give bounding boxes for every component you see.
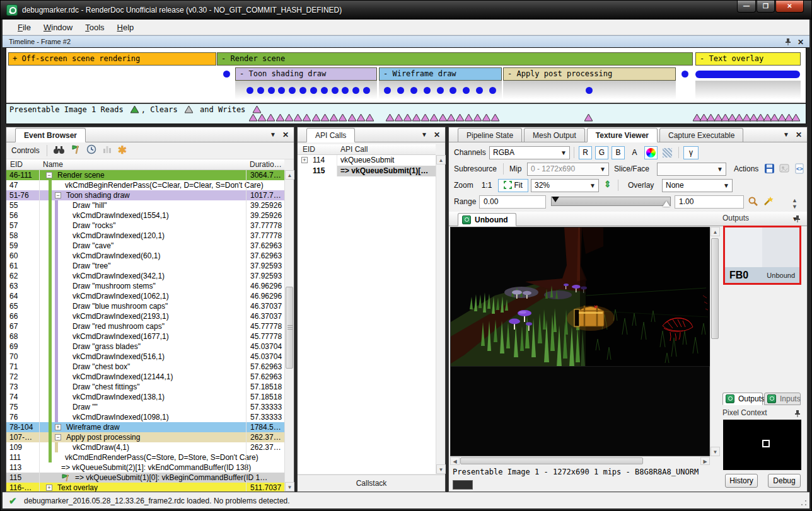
event-row[interactable]: 74vkCmdDrawIndexed(138,1)57.18518: [6, 392, 284, 402]
write-triangle[interactable]: [249, 113, 257, 124]
channels-dropdown[interactable]: RGBA▼: [489, 146, 570, 159]
write-triangle[interactable]: [421, 113, 429, 124]
pin-icon[interactable]: [785, 37, 791, 48]
debug-button[interactable]: Debug: [768, 474, 801, 488]
sliceface-dropdown[interactable]: ▼: [657, 163, 726, 176]
write-triangle[interactable]: [403, 113, 412, 124]
write-triangle[interactable]: [285, 113, 293, 124]
write-triangle[interactable]: [330, 113, 338, 124]
write-triangle[interactable]: [339, 113, 347, 124]
write-triangle[interactable]: [412, 113, 420, 124]
colorwheel-button[interactable]: [644, 146, 658, 159]
write-triangle[interactable]: [312, 113, 320, 124]
channel-green-button[interactable]: G: [595, 146, 608, 159]
write-triangle[interactable]: [456, 113, 464, 124]
draw-dot[interactable]: [489, 87, 496, 94]
texture-hscrollbar[interactable]: ◀ ▶: [450, 456, 710, 465]
event-row[interactable]: 72vkCmdDrawIndexed(12144,1)57.62963: [6, 372, 284, 382]
tab-capture-executable[interactable]: Capture Executable: [659, 128, 743, 142]
zoom-fit-button[interactable]: Fit: [498, 179, 528, 192]
chevron-down-icon[interactable]: ▼: [270, 132, 276, 138]
save-icon[interactable]: [764, 163, 775, 176]
history-button[interactable]: History: [725, 474, 758, 488]
event-row[interactable]: 116-…+Text overlay511.7037: [6, 483, 284, 491]
range-white-point-handle[interactable]: [663, 201, 670, 207]
write-triangle[interactable]: [465, 113, 473, 124]
channel-red-button[interactable]: R: [579, 146, 592, 159]
jump-to-event-flag-icon[interactable]: [71, 144, 81, 157]
tab-event-browser[interactable]: Event Browser: [15, 128, 86, 142]
tab-texture-viewer[interactable]: Texture Viewer: [587, 128, 658, 142]
channel-alpha-button[interactable]: A: [628, 146, 641, 159]
draw-dot[interactable]: [332, 87, 339, 94]
panel-close-icon[interactable]: ✕: [434, 131, 440, 139]
timeline-marker[interactable]: + Off-screen scene rendering: [8, 52, 216, 66]
event-row[interactable]: 60vkCmdDrawIndexed(60,1)37.62963: [6, 251, 284, 261]
write-triangle[interactable]: [584, 113, 593, 124]
api-calls-column-header[interactable]: EID API Call: [298, 144, 436, 155]
open-in-shader-code-icon[interactable]: <>: [794, 163, 805, 176]
api-calls-scrollbar[interactable]: ▲ ▼: [436, 155, 445, 474]
event-row[interactable]: 51-76−Toon shading draw1017.7…: [6, 190, 284, 200]
expand-toggle[interactable]: −: [55, 434, 61, 440]
event-row[interactable]: 113=> vkQueueSubmit(2)[1]: vkEndCommandB…: [6, 462, 284, 473]
api-call-row[interactable]: 115=> vkQueueSubmit(1)[…: [298, 166, 436, 176]
overlay-dropdown[interactable]: None▼: [662, 179, 733, 192]
options-asterisk-icon[interactable]: ✱: [118, 146, 127, 155]
close-button[interactable]: ✕: [775, 1, 804, 13]
draw-dot[interactable]: [410, 87, 417, 94]
write-triangle[interactable]: [439, 113, 447, 124]
expand-toggle[interactable]: −: [55, 192, 61, 198]
draw-dot[interactable]: [397, 87, 404, 94]
event-row[interactable]: 58vkCmdDrawIndexed(120,1)37.77778: [6, 231, 284, 241]
event-row[interactable]: 69Draw "grass blades"45.03704: [6, 342, 284, 352]
event-row[interactable]: 68vkCmdDrawIndexed(1677,1)45.77778: [6, 331, 284, 342]
flip-y-icon[interactable]: ⇕: [604, 179, 612, 189]
timeline-marker[interactable]: - Text overlay: [695, 52, 801, 66]
fb0-thumbnail[interactable]: FB0 Unbound: [723, 226, 801, 285]
chevron-down-icon[interactable]: ▼: [421, 132, 427, 138]
minimize-button[interactable]: —: [737, 1, 756, 13]
texture-vscrollbar[interactable]: ▲ ▼: [710, 227, 719, 456]
zoom-1-1-button[interactable]: 1:1: [478, 179, 496, 192]
panel-close-icon[interactable]: ✕: [282, 131, 289, 139]
draw-dot[interactable]: [384, 87, 391, 94]
event-row[interactable]: 62vkCmdDrawIndexed(342,1)37.92593: [6, 271, 284, 281]
event-row[interactable]: 70vkCmdDrawIndexed(516,1)45.03704: [6, 352, 284, 362]
event-row[interactable]: 56vkCmdDrawIndexed(1554,1)39.25926: [6, 210, 284, 221]
zoom-percent-dropdown[interactable]: 32%▼: [531, 179, 599, 192]
find-event-icon[interactable]: [53, 145, 65, 157]
range-black-point-handle[interactable]: [552, 197, 559, 202]
write-triangle[interactable]: [430, 113, 438, 124]
pin-icon[interactable]: [794, 214, 801, 225]
expand-toggle[interactable]: +: [46, 485, 52, 491]
timeline-close-icon[interactable]: ✕: [798, 38, 804, 46]
timeline-canvas[interactable]: + Off-screen scene rendering- Render sce…: [6, 47, 806, 124]
draw-dot[interactable]: [363, 87, 370, 94]
event-list[interactable]: 46-111−Render scene3064.7…47vkCmdBeginRe…: [6, 170, 284, 491]
event-row[interactable]: 109vkCmdDraw(4,1)262.37…: [6, 442, 284, 452]
event-row[interactable]: 55Draw "hill"39.25926: [6, 200, 284, 210]
resize-grip[interactable]: [800, 499, 808, 507]
write-triangle[interactable]: [491, 113, 499, 124]
write-triangle[interactable]: [386, 113, 394, 124]
event-row[interactable]: 111vkCmdEndRenderPass(C=Store, D=Store, …: [6, 452, 284, 462]
event-row[interactable]: 78-104+Wireframe draw1784.5…: [6, 422, 284, 432]
timeline-panel-header[interactable]: Timeline - Frame #2: [3, 35, 809, 47]
autofit-wand-icon[interactable]: [763, 196, 774, 209]
write-triangle[interactable]: [447, 113, 455, 124]
write-triangle[interactable]: [303, 113, 311, 124]
draw-dot[interactable]: [268, 87, 275, 94]
timeline-marker[interactable]: - Render scene: [217, 52, 693, 66]
tab-pipeline-state[interactable]: Pipeline State: [458, 128, 522, 142]
event-row[interactable]: 107-…−Apply post processing262.37…: [6, 432, 284, 442]
write-triangle[interactable]: [258, 113, 266, 124]
expand-toggle[interactable]: +: [55, 424, 61, 430]
range-min-input[interactable]: 0.00: [479, 195, 546, 209]
event-row[interactable]: 46-111−Render scene3064.7…: [6, 170, 284, 180]
draw-dot[interactable]: [424, 87, 431, 94]
event-row[interactable]: 67Draw "red mushroom caps"45.77778: [6, 321, 284, 331]
range-max-input[interactable]: 1.00: [675, 195, 744, 209]
write-triangle[interactable]: [482, 113, 490, 124]
gamma-button[interactable]: γ: [683, 146, 699, 159]
